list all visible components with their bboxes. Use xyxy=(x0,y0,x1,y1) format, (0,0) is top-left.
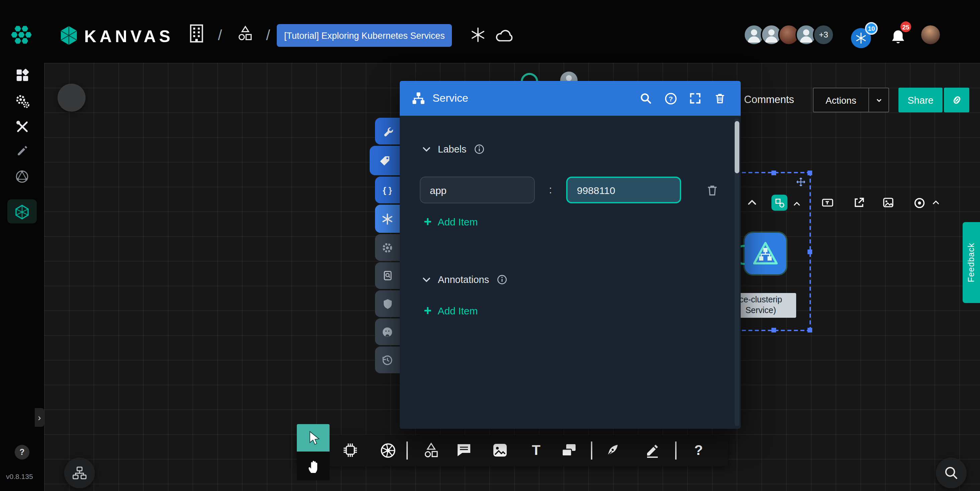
text-tool-button[interactable]: T xyxy=(525,438,547,462)
comment-tool-button[interactable] xyxy=(453,438,475,462)
pen-tool-button[interactable] xyxy=(601,438,624,462)
rename-text-icon[interactable] xyxy=(819,194,835,211)
panel-scrollbar-thumb[interactable] xyxy=(735,121,739,173)
sidebar-item-dashboard[interactable] xyxy=(7,63,37,87)
selection-handle[interactable] xyxy=(771,171,776,175)
schematic-tool-button[interactable] xyxy=(339,438,362,462)
panel-help-button[interactable]: ? xyxy=(662,90,679,107)
shield-icon xyxy=(382,298,393,309)
comments-button[interactable]: Comments xyxy=(744,94,794,106)
zoom-button[interactable] xyxy=(936,458,967,488)
feedback-tab[interactable]: Feedback xyxy=(963,222,980,303)
select-tool-button[interactable] xyxy=(297,424,329,451)
sidebar-item-settings[interactable] xyxy=(7,89,37,113)
avatar-overflow-chip[interactable]: +3 xyxy=(813,24,834,46)
tab-json[interactable]: { } xyxy=(375,177,400,203)
panel-fullscreen-button[interactable] xyxy=(687,90,704,107)
tag-icon xyxy=(379,155,390,166)
move-handle-icon[interactable] xyxy=(796,177,805,187)
selection-handle[interactable] xyxy=(771,328,776,332)
design-name-field[interactable]: [Tutorial] Exploring Kubernetes Services xyxy=(277,24,452,47)
style-picker-button[interactable] xyxy=(772,194,788,211)
tab-configure[interactable] xyxy=(375,118,400,145)
delete-label-row-button[interactable] xyxy=(706,183,719,196)
sidebar-expand-button[interactable]: › xyxy=(35,408,44,427)
layers-tool-button[interactable] xyxy=(557,438,580,462)
chevron-down-icon xyxy=(421,274,432,285)
canvas-menu-button[interactable] xyxy=(57,84,86,112)
media-tool-button[interactable] xyxy=(488,438,511,462)
user-avatar[interactable] xyxy=(920,24,941,46)
selection-handle[interactable] xyxy=(808,328,812,332)
organization-icon[interactable] xyxy=(188,24,205,43)
labels-section-header[interactable]: Labels xyxy=(421,144,484,155)
share-button[interactable]: Share xyxy=(899,88,943,112)
actions-button[interactable]: Actions xyxy=(813,88,889,112)
key-value-colon: : xyxy=(535,184,566,196)
add-annotation-button[interactable]: + Add Item xyxy=(424,304,477,317)
selection-handle[interactable] xyxy=(808,250,812,254)
panel-header[interactable]: Service ? xyxy=(400,81,741,116)
plus-icon: + xyxy=(424,304,431,317)
help-tool-icon: ? xyxy=(694,442,703,458)
history-icon xyxy=(382,354,393,365)
node-service-clusterip[interactable] xyxy=(745,233,786,274)
labels-info-icon[interactable] xyxy=(474,144,484,155)
sidebar-item-toolbox[interactable] xyxy=(7,115,37,139)
flowchart-icon xyxy=(72,465,88,480)
annotations-info-icon[interactable] xyxy=(496,274,507,285)
designs-icon[interactable] xyxy=(237,25,254,42)
tab-security[interactable] xyxy=(375,290,400,317)
open-in-new-icon[interactable] xyxy=(851,194,867,211)
panel-scrollbar-track[interactable] xyxy=(735,118,739,426)
label-key-input[interactable] xyxy=(420,177,535,203)
label-key-value-row: : xyxy=(420,177,719,203)
hierarchy-action-button[interactable] xyxy=(64,458,95,488)
tab-github[interactable] xyxy=(375,319,400,345)
shapes-tool-button[interactable] xyxy=(420,438,442,462)
style-picker-caret-icon[interactable] xyxy=(791,196,802,212)
export-image-icon[interactable] xyxy=(880,194,896,211)
sidebar-help-button[interactable]: ? xyxy=(15,445,29,459)
svg-text:?: ? xyxy=(668,95,673,102)
copy-link-button[interactable] xyxy=(944,88,969,112)
kubernetes-context-icon[interactable] xyxy=(470,27,486,43)
app-window: Comments Actions Share xyxy=(0,0,980,491)
search-icon xyxy=(640,92,652,104)
layers-icon xyxy=(560,442,578,459)
pan-tool-button[interactable] xyxy=(297,451,329,480)
breadcrumb-separator: / xyxy=(215,27,224,44)
help-circle-icon: ? xyxy=(664,92,677,105)
tab-settings[interactable] xyxy=(375,234,400,261)
tab-labels[interactable] xyxy=(370,146,400,175)
toolbar-divider xyxy=(406,442,407,459)
panel-search-button[interactable] xyxy=(637,90,654,107)
actions-label: Actions xyxy=(813,95,869,105)
add-annotation-text: Add Item xyxy=(438,305,477,316)
kubernetes-tool-button[interactable] xyxy=(376,438,399,462)
sidebar-item-mesh[interactable] xyxy=(7,164,37,189)
tab-kubernetes-resource[interactable] xyxy=(375,205,400,233)
sidebar-item-design[interactable] xyxy=(7,137,37,161)
collapse-toolbar-icon[interactable] xyxy=(744,194,760,211)
sidebar-item-meshery[interactable] xyxy=(7,199,37,223)
focus-lens-icon[interactable] xyxy=(911,194,927,211)
panel-delete-button[interactable] xyxy=(711,90,729,107)
honeycomb-logo[interactable] xyxy=(6,19,37,50)
help-tool-button[interactable]: ? xyxy=(687,438,710,462)
media-icon xyxy=(492,442,509,459)
service-icon xyxy=(412,92,425,105)
cloud-sync-icon[interactable] xyxy=(495,28,515,43)
edit-tool-button[interactable] xyxy=(641,438,664,462)
annotations-section-header[interactable]: Annotations xyxy=(421,274,507,285)
tab-history[interactable] xyxy=(375,346,400,373)
actions-caret-button[interactable] xyxy=(869,88,888,112)
label-value-input[interactable] xyxy=(566,177,681,203)
caret-down-icon xyxy=(875,96,883,104)
collapse-lens-caret-icon[interactable] xyxy=(931,194,941,211)
add-label-button[interactable]: + Add Item xyxy=(424,215,477,228)
version-label: v0.8.135 xyxy=(6,472,33,480)
tab-inspect[interactable] xyxy=(375,262,400,289)
cluster-count-badge: 10 xyxy=(865,22,878,35)
selection-handle[interactable] xyxy=(808,171,812,175)
